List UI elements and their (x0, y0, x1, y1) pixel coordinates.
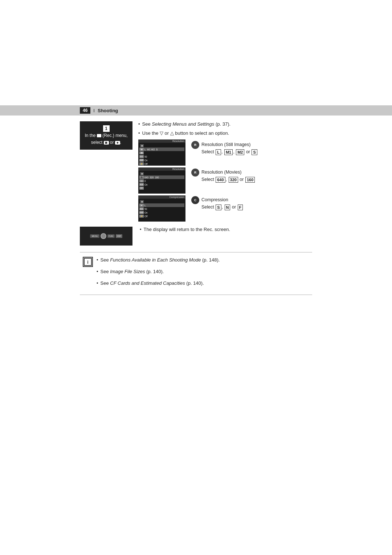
screen2-icon3: AEB (139, 183, 144, 186)
descriptions-column: R Resolution (Still Images) Select L, M1… (191, 139, 258, 222)
key-S: S (252, 149, 257, 155)
func-label: FUNC (107, 234, 115, 238)
info-icon: i (83, 258, 92, 266)
page-number: 46 (80, 107, 90, 114)
desc3-title: Compression (201, 196, 243, 203)
screen-compression: Compression ▣ ◈ L ISO (138, 195, 185, 222)
step1-right: • See Selecting Menus and Settings (p. 3… (138, 121, 312, 222)
menu-label: MENU (90, 234, 99, 238)
screen1-body: ▣ ▦ L W1 W2 S 🎞 (138, 143, 185, 166)
step1-bullet1-italic: Selecting Menus and Settings (152, 121, 214, 127)
screen3-icon1: ◈ (139, 204, 144, 207)
page: 46 I Shooting 1 In the (Rec.) menu, sele… (0, 105, 392, 555)
desc-resolution-still: R Resolution (Still Images) Select L, M1… (191, 141, 258, 166)
desc2-icon: R (191, 169, 199, 177)
res-select-icon: ▦ (104, 141, 109, 145)
screen3-cam-icon: ▣ (140, 200, 144, 203)
note-bullet3: • See CF Cards and Estimated Capacities … (97, 279, 220, 287)
desc3-select: Select S, N or F (201, 203, 243, 211)
step2-bullet: • The display will return to the Rec. sc… (140, 227, 230, 232)
step2-row: MENU FUNC DISP • The display will return… (80, 227, 312, 246)
key-320: 320 (229, 177, 238, 183)
screen1-icon4: AWB (139, 159, 144, 162)
step1-instruction: 1 In the (Rec.) menu, select ▦ or ◈. (80, 121, 132, 150)
screen3-row1: ◈ L (139, 203, 184, 207)
step2-image-wrapper: MENU FUNC DISP (80, 227, 132, 246)
note-content: • See Functions Available in Each Shooti… (97, 256, 220, 291)
screen2-row1: 🎥 640 320 160 (139, 175, 184, 179)
step2-text: The display will return to the Rec. scre… (144, 227, 230, 232)
key-160: 160 (245, 177, 255, 183)
screen1-icon1: ▦ (139, 148, 144, 151)
screen1-icon5: ⚡ (139, 162, 144, 165)
screen-resolution-movies: Resolution ▣ 🎥 640 320 160 (138, 167, 185, 194)
main-content: 1 In the (Rec.) menu, select ▦ or ◈. • S… (0, 116, 392, 306)
screen1-row4: AWB On (139, 158, 184, 162)
screen1-header: Resolution (138, 139, 185, 143)
screen2-icon2: ◻ (139, 179, 144, 182)
section-header: 46 I Shooting (0, 105, 392, 116)
step1-number: 1 (103, 125, 110, 132)
key-F: F (238, 204, 243, 210)
desc2-select: Select 640, 320 or 160 (201, 176, 255, 183)
key-S2: S (216, 204, 221, 210)
desc1-text: Resolution (Still Images) Select L, M1, … (201, 141, 258, 155)
step1-section: 1 In the (Rec.) menu, select ▦ or ◈. • S… (80, 121, 312, 222)
separator: I (93, 108, 95, 113)
screen3-icon4: ⚡ (139, 215, 144, 218)
screen2-body: ▣ 🎥 640 320 160 ◻ 0 (138, 171, 185, 191)
note-bullet1: • See Functions Available in Each Shooti… (97, 256, 220, 264)
screen2-row3: AEB On (139, 183, 184, 186)
step2-controls: MENU FUNC DISP (88, 232, 124, 240)
screen1-row5: ⚡ Off (139, 162, 184, 166)
screen3-row2: ISO 50 (139, 207, 184, 211)
step1-text: In the (Rec.) menu, select ▦ or ◈. (83, 132, 129, 146)
screen2-row2: ◻ 0 (139, 179, 184, 183)
screen1-row1: ▦ L W1 W2 S (139, 147, 184, 151)
svg-text:i: i (87, 260, 88, 265)
key-M1: M1 (224, 149, 233, 155)
screen1-top-icons: ▣ (139, 143, 184, 147)
note-box: i • See Functions Available in Each Shoo… (80, 252, 312, 295)
key-640: 640 (216, 177, 225, 183)
screen3-header: Compression (138, 195, 185, 199)
screen2-header: Resolution (138, 167, 185, 171)
desc3-text: Compression Select S, N or F (201, 196, 243, 211)
screen-resolution-still: Resolution ▣ ▦ L W1 W2 S (138, 139, 185, 166)
screen3-body: ▣ ◈ L ISO 50 (138, 199, 185, 219)
screen3-icon2: ISO (139, 207, 144, 210)
desc-compression: C Compression Select S, N or F (191, 196, 258, 221)
screen2-cam-icon: ▣ (140, 172, 144, 175)
desc1-icon: R (191, 141, 199, 149)
screen1-icon2: 🎞 (139, 151, 144, 154)
note-bullet2-italic: Image File Sizes (110, 269, 145, 274)
desc1-title: Resolution (Still Images) (201, 141, 258, 148)
note-bullet1-italic: Functions Available in Each Shooting Mod… (110, 257, 201, 263)
step1-bullet2: • Use the ▽ or △ button to select an opt… (138, 130, 312, 136)
screen2-icon4: CF (139, 187, 144, 190)
dial-circle (101, 233, 106, 239)
screen1-icon3: ISO (139, 155, 144, 158)
step1-bullet1: • See Selecting Menus and Settings (p. 3… (138, 121, 312, 127)
step2-instruction: • The display will return to the Rec. sc… (140, 227, 230, 236)
key-M2: M2 (236, 149, 244, 155)
desc-resolution-movies: R Resolution (Movies) Select 640, 320 or… (191, 169, 258, 193)
screen1-row3: ISO 50 (139, 155, 184, 158)
screen2-row4: CF (139, 186, 184, 190)
note-icon: i (83, 257, 93, 267)
screens-and-descriptions: Resolution ▣ ▦ L W1 W2 S (138, 139, 312, 222)
screen2-top-icons: ▣ (139, 171, 184, 175)
screen3-icon3: AWB (139, 211, 144, 214)
comp-select-icon: ◈ (115, 141, 120, 145)
step2-camera-image: MENU FUNC DISP (80, 227, 132, 246)
screen1-row2: 🎞 (139, 151, 184, 155)
camera-icon (97, 134, 101, 137)
note-bullet3-italic: CF Cards and Estimated Capacities (110, 280, 185, 286)
screen3-row4: ⚡ Off (139, 214, 184, 218)
section-title: Shooting (98, 108, 118, 113)
key-L: L (216, 149, 221, 155)
desc2-title: Resolution (Movies) (201, 169, 255, 176)
key-N: N (225, 204, 230, 210)
screens-column: Resolution ▣ ▦ L W1 W2 S (138, 139, 185, 222)
screen1-cam-icon: ▣ (140, 144, 144, 147)
